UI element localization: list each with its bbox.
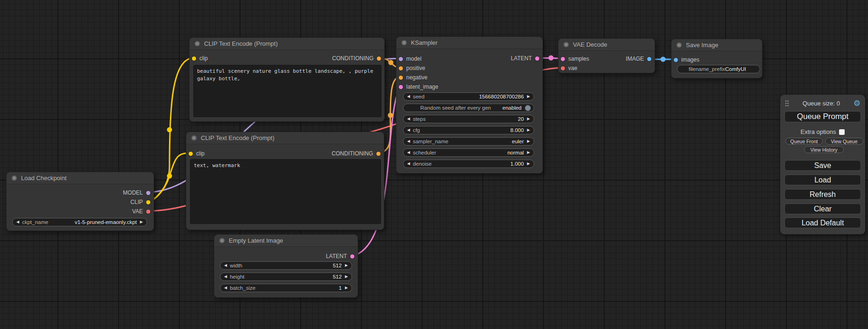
arrow-left-icon[interactable]: ◀ bbox=[407, 151, 410, 154]
arrow-right-icon[interactable]: ▶ bbox=[527, 162, 530, 166]
toggle-dot-icon[interactable] bbox=[525, 105, 531, 111]
node-vae-decode[interactable]: VAE Decode samples IMAGE vae bbox=[558, 38, 655, 73]
random-seed-toggle-widget[interactable]: Random seed after every gen enabled bbox=[403, 104, 534, 112]
clip-input-port[interactable] bbox=[189, 152, 193, 156]
seed-widget[interactable]: ◀ seed 156680208700286 ▶ bbox=[403, 92, 534, 101]
clip-output-port[interactable] bbox=[146, 200, 150, 204]
node-clip-text-encode-negative[interactable]: CLIP Text Encode (Prompt) clip CONDITION… bbox=[186, 132, 384, 230]
latent-image-input-port[interactable] bbox=[399, 85, 403, 89]
node-title-bar[interactable]: CLIP Text Encode (Prompt) bbox=[190, 38, 384, 50]
collapse-dot-icon[interactable] bbox=[195, 41, 200, 46]
collapse-dot-icon[interactable] bbox=[191, 135, 197, 140]
collapse-dot-icon[interactable] bbox=[564, 42, 569, 47]
link-dot bbox=[167, 127, 172, 133]
denoise-widget[interactable]: ◀ denoise 1.000 ▶ bbox=[403, 160, 534, 168]
port-row: MODEL bbox=[9, 189, 150, 196]
clip-input-port[interactable] bbox=[192, 56, 196, 61]
arrow-left-icon[interactable]: ◀ bbox=[224, 275, 227, 279]
extra-options-checkbox[interactable] bbox=[839, 129, 845, 135]
arrow-right-icon[interactable]: ▶ bbox=[527, 151, 530, 154]
port-row: images bbox=[674, 56, 759, 63]
node-title-bar[interactable]: KSampler bbox=[396, 37, 543, 49]
port-row: samples IMAGE bbox=[561, 55, 651, 63]
image-output-port[interactable] bbox=[647, 57, 651, 61]
refresh-button[interactable]: Refresh bbox=[784, 189, 861, 200]
widget-value: 512 bbox=[333, 274, 342, 280]
sampler-name-widget[interactable]: ◀ sampler_name euler ▶ bbox=[403, 137, 534, 146]
arrow-right-icon[interactable]: ▶ bbox=[345, 286, 348, 290]
latent-output-port[interactable] bbox=[350, 254, 354, 259]
save-button[interactable]: Save bbox=[784, 160, 861, 171]
node-load-checkpoint[interactable]: Load Checkpoint MODEL CLIP VAE ◀ ckpt_na… bbox=[6, 172, 154, 231]
drag-handle-icon[interactable] bbox=[785, 100, 789, 107]
node-empty-latent-image[interactable]: Empty Latent Image LATENT ◀ width 512 ▶ … bbox=[214, 234, 358, 298]
prompt-textarea[interactable]: beautiful scenery nature glass bottle la… bbox=[193, 65, 381, 117]
node-save-image[interactable]: Save Image images filename_prefix ComfyU… bbox=[671, 39, 762, 78]
gear-icon[interactable]: ⚙ bbox=[854, 99, 861, 107]
port-row: positive bbox=[399, 64, 539, 72]
collapse-dot-icon[interactable] bbox=[677, 42, 682, 48]
latent-output-port[interactable] bbox=[535, 56, 539, 61]
node-clip-text-encode-positive[interactable]: CLIP Text Encode (Prompt) clip CONDITION… bbox=[189, 37, 385, 122]
model-input-port[interactable] bbox=[399, 57, 403, 61]
node-title-bar[interactable]: CLIP Text Encode (Prompt) bbox=[186, 132, 384, 144]
arrow-right-icon[interactable]: ▶ bbox=[527, 95, 530, 98]
load-default-button[interactable]: Load Default bbox=[784, 217, 861, 228]
model-output-port[interactable] bbox=[146, 191, 150, 195]
arrow-left-icon[interactable]: ◀ bbox=[407, 162, 410, 166]
arrow-right-icon[interactable]: ▶ bbox=[345, 264, 348, 267]
node-title-bar[interactable]: Save Image bbox=[671, 39, 762, 51]
negative-input-port[interactable] bbox=[399, 76, 403, 80]
vae-output-port[interactable] bbox=[146, 210, 150, 214]
widget-label: Random seed after every gen bbox=[420, 105, 491, 111]
collapse-dot-icon[interactable] bbox=[219, 238, 225, 243]
arrow-left-icon[interactable]: ◀ bbox=[407, 95, 410, 98]
negative-input-label: negative bbox=[406, 74, 427, 81]
prompt-textarea[interactable]: text, watermark bbox=[190, 159, 381, 224]
samples-input-port[interactable] bbox=[561, 57, 565, 61]
queue-size-label: Queue size: 0 bbox=[789, 100, 854, 107]
node-graph-canvas[interactable]: Load Checkpoint MODEL CLIP VAE ◀ ckpt_na… bbox=[0, 0, 868, 329]
cfg-widget[interactable]: ◀ cfg 8.000 ▶ bbox=[403, 126, 534, 134]
batch-size-widget[interactable]: ◀ batch_size 1 ▶ bbox=[220, 284, 352, 292]
arrow-left-icon[interactable]: ◀ bbox=[16, 220, 19, 224]
arrow-left-icon[interactable]: ◀ bbox=[407, 117, 410, 121]
images-input-port[interactable] bbox=[674, 58, 678, 62]
model-input-label: model bbox=[406, 56, 422, 62]
node-title-bar[interactable]: Empty Latent Image bbox=[214, 235, 358, 247]
vae-input-port[interactable] bbox=[561, 66, 565, 70]
node-title-bar[interactable]: VAE Decode bbox=[558, 39, 655, 51]
filename-prefix-widget[interactable]: filename_prefix ComfyUI bbox=[677, 65, 760, 73]
height-widget[interactable]: ◀ height 512 ▶ bbox=[220, 273, 352, 281]
conditioning-output-port[interactable] bbox=[377, 56, 381, 61]
queue-front-button[interactable]: Queue Front bbox=[785, 138, 823, 145]
steps-widget[interactable]: ◀ steps 20 ▶ bbox=[403, 115, 534, 123]
node-title-bar[interactable]: Load Checkpoint bbox=[7, 172, 154, 184]
collapse-dot-icon[interactable] bbox=[12, 175, 17, 181]
positive-input-port[interactable] bbox=[399, 66, 403, 70]
scheduler-widget[interactable]: ◀ scheduler normal ▶ bbox=[403, 148, 534, 157]
conditioning-output-port[interactable] bbox=[376, 152, 381, 156]
arrow-right-icon[interactable]: ▶ bbox=[345, 275, 348, 279]
arrow-left-icon[interactable]: ◀ bbox=[407, 128, 410, 132]
arrow-right-icon[interactable]: ▶ bbox=[527, 128, 530, 132]
ckpt-name-widget[interactable]: ◀ ckpt_name v1-5-pruned-emaonly.ckpt ▶ bbox=[12, 218, 147, 226]
widget-label: denoise bbox=[413, 161, 431, 167]
arrow-left-icon[interactable]: ◀ bbox=[224, 286, 227, 290]
view-queue-button[interactable]: View Queue bbox=[825, 138, 863, 145]
queue-prompt-button[interactable]: Queue Prompt bbox=[784, 111, 861, 122]
widget-label: steps bbox=[413, 116, 426, 122]
node-ksampler[interactable]: KSampler model LATENT positive negative … bbox=[396, 36, 543, 174]
queue-panel[interactable]: Queue size: 0 ⚙ Queue Prompt Extra optio… bbox=[780, 95, 865, 234]
width-widget[interactable]: ◀ width 512 ▶ bbox=[220, 261, 352, 270]
arrow-left-icon[interactable]: ◀ bbox=[407, 140, 410, 143]
clear-button[interactable]: Clear bbox=[784, 203, 861, 214]
collapse-dot-icon[interactable] bbox=[402, 40, 407, 45]
load-button[interactable]: Load bbox=[784, 175, 861, 185]
arrow-right-icon[interactable]: ▶ bbox=[527, 140, 530, 143]
arrow-right-icon[interactable]: ▶ bbox=[140, 220, 143, 224]
view-history-button[interactable]: View History bbox=[804, 146, 844, 153]
arrow-right-icon[interactable]: ▶ bbox=[527, 117, 530, 121]
widget-value: 512 bbox=[333, 263, 342, 268]
arrow-left-icon[interactable]: ◀ bbox=[224, 264, 227, 267]
